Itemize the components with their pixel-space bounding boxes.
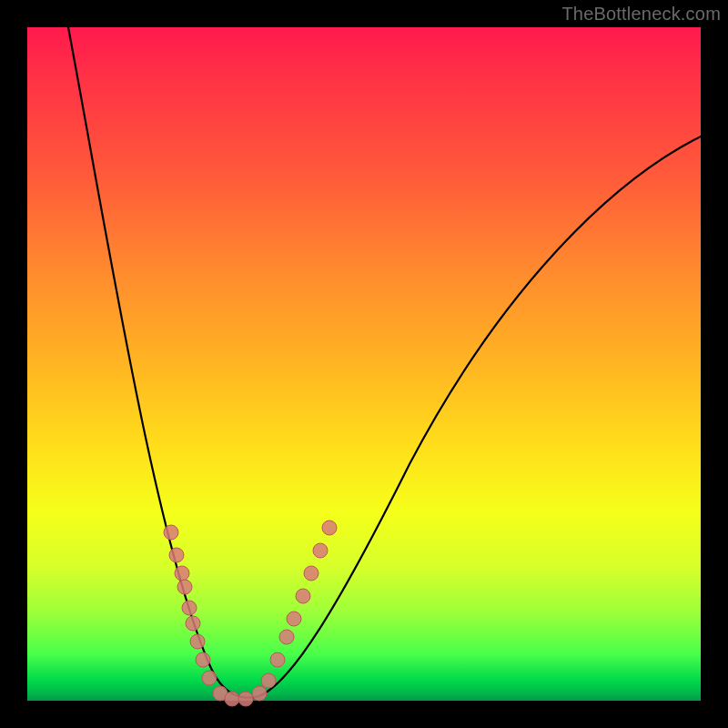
data-dot bbox=[261, 673, 276, 688]
marker-group bbox=[164, 521, 337, 706]
plot-area bbox=[27, 27, 701, 701]
data-dot bbox=[279, 630, 294, 644]
data-dot bbox=[304, 566, 318, 581]
data-dot bbox=[252, 686, 267, 701]
data-dot bbox=[175, 566, 189, 581]
data-dot bbox=[164, 525, 178, 540]
watermark-text: TheBottleneck.com bbox=[561, 4, 721, 25]
data-dot bbox=[225, 692, 239, 706]
data-dot bbox=[296, 589, 310, 603]
data-dot bbox=[190, 634, 205, 649]
data-dot bbox=[169, 548, 184, 562]
data-dot bbox=[287, 612, 301, 626]
data-dot bbox=[270, 652, 285, 667]
data-dot bbox=[322, 521, 337, 535]
curve-group bbox=[68, 27, 701, 698]
data-dot bbox=[186, 616, 200, 631]
bottleneck-curve bbox=[68, 27, 701, 698]
data-dot bbox=[177, 580, 192, 594]
data-dot bbox=[182, 601, 197, 615]
chart-frame: TheBottleneck.com bbox=[0, 0, 728, 728]
chart-svg bbox=[27, 27, 701, 701]
data-dot bbox=[196, 652, 210, 667]
data-dot bbox=[238, 692, 253, 706]
data-dot bbox=[202, 671, 217, 685]
data-dot bbox=[313, 543, 328, 558]
